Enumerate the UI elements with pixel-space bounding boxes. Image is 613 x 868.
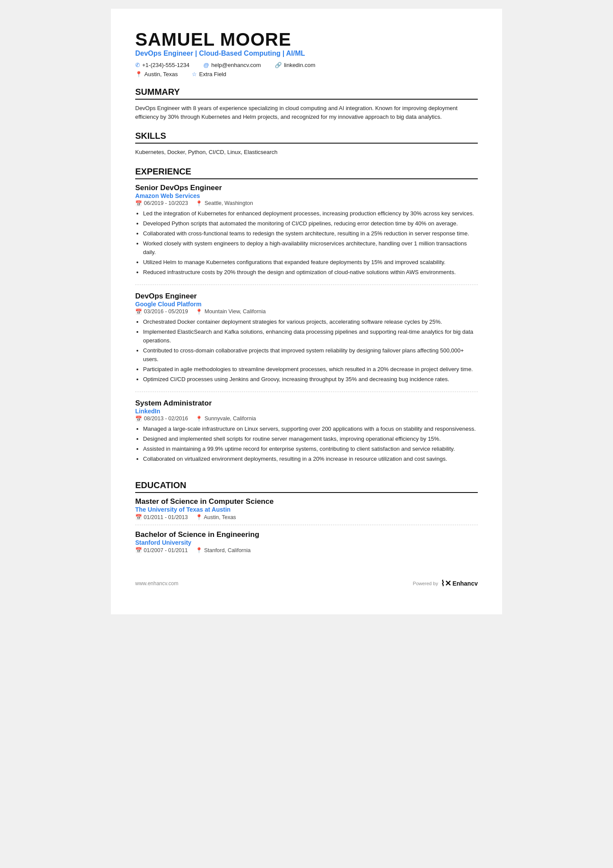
experience-list: Senior DevOps Engineer Amazon Web Servic…: [135, 184, 478, 471]
bullet-item: Managed a large-scale infrastructure on …: [143, 425, 478, 433]
summary-title: SUMMARY: [135, 87, 478, 100]
company-name: Google Cloud Platform: [135, 301, 478, 308]
job-meta: 📅 03/2016 - 05/2019 📍 Mountain View, Cal…: [135, 308, 478, 315]
job-bullets: Managed a large-scale infrastructure on …: [135, 425, 478, 464]
pin-icon: 📍: [196, 514, 203, 520]
experience-section: EXPERIENCE Senior DevOps Engineer Amazon…: [135, 167, 478, 471]
job-bullets: Orchestrated Docker container deployment…: [135, 318, 478, 384]
job-bullets: Led the integration of Kubernetes for en…: [135, 209, 478, 277]
skills-section: SKILLS Kubernetes, Docker, Python, CI/CD…: [135, 131, 478, 157]
edu-degree: Bachelor of Science in Engineering: [135, 530, 478, 539]
bullet-item: Led the integration of Kubernetes for en…: [143, 209, 478, 218]
logo-symbol: ⌇✕: [441, 579, 451, 588]
footer-website: www.enhancv.com: [135, 580, 178, 586]
bullet-item: Designed and implemented shell scripts f…: [143, 435, 478, 443]
location-icon: 📍: [135, 71, 142, 77]
linkedin-url: linkedin.com: [284, 62, 315, 68]
pin-icon: 📍: [196, 416, 203, 422]
pin-icon: 📍: [196, 308, 203, 315]
skills-title: SKILLS: [135, 131, 478, 144]
footer-brand: Powered by ⌇✕ Enhancv: [413, 579, 478, 588]
extra-field-text: Extra Field: [199, 71, 226, 77]
location-item: 📍 Austin, Texas: [135, 71, 178, 77]
footer: www.enhancv.com Powered by ⌇✕ Enhancv: [135, 575, 478, 588]
candidate-name: SAMUEL MOORE: [135, 30, 478, 50]
job-meta: 📅 06/2019 - 10/2023 📍 Seattle, Washingto…: [135, 200, 478, 207]
job-dates: 📅 06/2019 - 10/2023: [135, 200, 188, 207]
contact-row-1: ✆ +1-(234)-555-1234 @ help@enhancv.com 🔗…: [135, 62, 478, 68]
email-icon: @: [203, 62, 209, 68]
phone-number: +1-(234)-555-1234: [142, 62, 190, 68]
edu-dates: 📅 01/2011 - 01/2013: [135, 514, 188, 520]
education-item: Bachelor of Science in Engineering Stanf…: [135, 530, 478, 558]
job-location: 📍 Seattle, Washington: [196, 200, 253, 207]
edu-location: 📍 Stanford, California: [196, 547, 250, 553]
email-item: @ help@enhancv.com: [203, 62, 261, 68]
bullet-item: Participated in agile methodologies to s…: [143, 365, 478, 374]
powered-by-label: Powered by: [413, 581, 438, 586]
enhancv-logo: ⌇✕ Enhancv: [441, 579, 478, 588]
company-name: LinkedIn: [135, 408, 478, 415]
calendar-icon: 📅: [135, 514, 142, 520]
job-title: System Administrator: [135, 399, 478, 408]
edu-school: The University of Texas at Austin: [135, 506, 478, 513]
candidate-title: DevOps Engineer | Cloud-Based Computing …: [135, 50, 478, 57]
experience-item: System Administrator LinkedIn 📅 08/2013 …: [135, 399, 478, 471]
link-icon: 🔗: [275, 62, 282, 68]
company-name: Amazon Web Services: [135, 192, 478, 199]
job-dates: 📅 08/2013 - 02/2016: [135, 416, 188, 422]
experience-item: Senior DevOps Engineer Amazon Web Servic…: [135, 184, 478, 285]
bullet-item: Collaborated with cross-functional teams…: [143, 229, 478, 238]
job-meta: 📅 08/2013 - 02/2016 📍 Sunnyvale, Califor…: [135, 416, 478, 422]
education-title: EDUCATION: [135, 480, 478, 493]
bullet-item: Implemented ElasticSearch and Kafka solu…: [143, 328, 478, 345]
phone-icon: ✆: [135, 62, 140, 68]
bullet-item: Utilized Helm to manage Kubernetes confi…: [143, 258, 478, 267]
education-section: EDUCATION Master of Science in Computer …: [135, 480, 478, 558]
linkedin-item[interactable]: 🔗 linkedin.com: [275, 62, 315, 68]
bullet-item: Worked closely with system engineers to …: [143, 239, 478, 257]
summary-section: SUMMARY DevOps Engineer with 8 years of …: [135, 87, 478, 121]
brand-name: Enhancv: [453, 580, 478, 587]
star-icon: ☆: [192, 71, 197, 77]
job-location: 📍 Sunnyvale, California: [196, 416, 256, 422]
header: SAMUEL MOORE DevOps Engineer | Cloud-Bas…: [135, 30, 478, 77]
job-dates: 📅 03/2016 - 05/2019: [135, 308, 188, 315]
edu-degree: Master of Science in Computer Science: [135, 497, 478, 506]
extra-field-item: ☆ Extra Field: [192, 71, 226, 77]
pin-icon: 📍: [196, 547, 203, 553]
skills-text: Kubernetes, Docker, Python, CI/CD, Linux…: [135, 148, 478, 157]
calendar-icon: 📅: [135, 416, 142, 422]
edu-school: Stanford University: [135, 539, 478, 546]
experience-title: EXPERIENCE: [135, 167, 478, 179]
job-location: 📍 Mountain View, California: [196, 308, 266, 315]
job-title: DevOps Engineer: [135, 292, 478, 301]
edu-meta: 📅 01/2011 - 01/2013 📍 Austin, Texas: [135, 514, 478, 520]
calendar-icon: 📅: [135, 547, 142, 553]
edu-location: 📍 Austin, Texas: [196, 514, 236, 520]
experience-item: DevOps Engineer Google Cloud Platform 📅 …: [135, 292, 478, 392]
location-text: Austin, Texas: [144, 71, 178, 77]
calendar-icon: 📅: [135, 308, 142, 315]
email-address: help@enhancv.com: [211, 62, 261, 68]
contact-row-2: 📍 Austin, Texas ☆ Extra Field: [135, 71, 478, 77]
job-title: Senior DevOps Engineer: [135, 184, 478, 192]
bullet-item: Developed Python scripts that automated …: [143, 219, 478, 228]
summary-text: DevOps Engineer with 8 years of experien…: [135, 104, 478, 121]
bullet-item: Reduced infrastructure costs by 20% thro…: [143, 268, 478, 277]
phone-item: ✆ +1-(234)-555-1234: [135, 62, 190, 68]
bullet-item: Assisted in maintaining a 99.9% uptime r…: [143, 445, 478, 453]
bullet-item: Contributed to cross-domain collaborativ…: [143, 346, 478, 364]
education-list: Master of Science in Computer Science Th…: [135, 497, 478, 558]
edu-meta: 📅 01/2007 - 01/2011 📍 Stanford, Californ…: [135, 547, 478, 553]
education-item: Master of Science in Computer Science Th…: [135, 497, 478, 525]
bullet-item: Optimized CI/CD processes using Jenkins …: [143, 375, 478, 384]
calendar-icon: 📅: [135, 200, 142, 207]
pin-icon: 📍: [196, 200, 203, 207]
bullet-item: Collaborated on virtualized environment …: [143, 455, 478, 463]
edu-dates: 📅 01/2007 - 01/2011: [135, 547, 188, 553]
resume-page: SAMUEL MOORE DevOps Engineer | Cloud-Bas…: [111, 9, 502, 614]
bullet-item: Orchestrated Docker container deployment…: [143, 318, 478, 326]
